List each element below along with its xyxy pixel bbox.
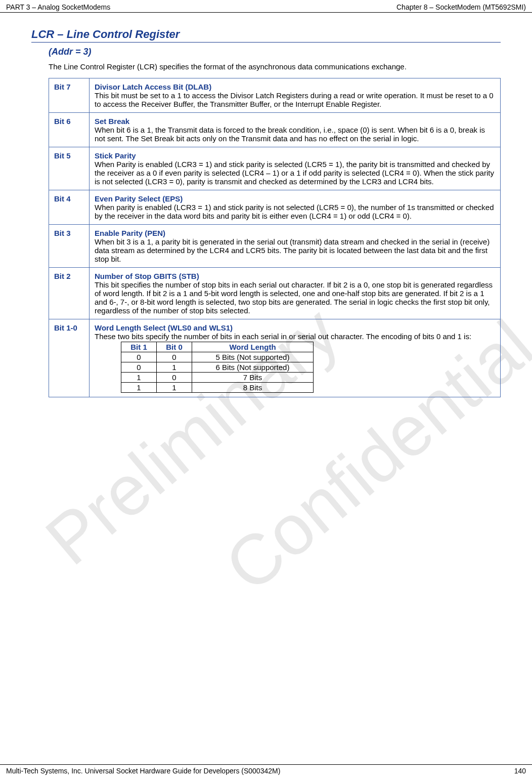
header-left: PART 3 – Analog SocketModems <box>6 3 110 11</box>
inner-cell: 6 Bits (Not supported) <box>192 362 314 373</box>
desc-cell: Word Length Select (WLS0 and WLS1) These… <box>90 319 501 397</box>
inner-cell: 1 <box>157 362 192 373</box>
row-title: Divisor Latch Access Bit (DLAB) <box>95 83 211 91</box>
word-length-table: Bit 1 Bit 0 Word Length 0 0 5 Bits (Not … <box>121 342 314 393</box>
bit-cell: Bit 2 <box>49 268 90 319</box>
inner-cell: 1 <box>157 383 192 393</box>
bit-cell: Bit 4 <box>49 190 90 225</box>
bit-cell: Bit 3 <box>49 225 90 268</box>
desc-cell: Divisor Latch Access Bit (DLAB) This bit… <box>90 78 501 113</box>
row-desc: When bit 3 is a 1, a parity bit is gener… <box>95 237 490 263</box>
footer-page-number: 140 <box>514 767 526 775</box>
row-title: Even Parity Select (EPS) <box>95 194 183 203</box>
footer-left: Multi-Tech Systems, Inc. Universal Socke… <box>6 767 280 775</box>
table-row: Bit 1-0 Word Length Select (WLS0 and WLS… <box>49 319 501 397</box>
inner-row: 0 1 6 Bits (Not supported) <box>121 362 314 373</box>
desc-cell: Number of Stop GBITS (STB) This bit spec… <box>90 268 501 319</box>
inner-cell: 1 <box>121 383 157 393</box>
inner-cell: 8 Bits <box>192 383 314 393</box>
bit-cell: Bit 6 <box>49 113 90 147</box>
desc-cell: Even Parity Select (EPS) When parity is … <box>90 190 501 225</box>
inner-row: 0 0 5 Bits (Not supported) <box>121 352 314 362</box>
table-row: Bit 5 Stick Parity When Parity is enable… <box>49 147 501 190</box>
desc-cell: Set Break When bit 6 is a 1, the Transmi… <box>90 113 501 147</box>
inner-cell: 0 <box>157 352 192 362</box>
row-desc: When Parity is enabled (LCR3 = 1) and st… <box>95 160 494 186</box>
row-desc: These two bits specify the number of bit… <box>95 332 471 341</box>
table-row: Bit 2 Number of Stop GBITS (STB) This bi… <box>49 268 501 319</box>
inner-cell: 0 <box>121 352 157 362</box>
row-title: Enable Parity (PEN) <box>95 229 165 237</box>
row-title: Number of Stop GBITS (STB) <box>95 272 199 280</box>
content-area: LCR – Line Control Register (Addr = 3) T… <box>0 13 532 397</box>
inner-cell: 1 <box>121 373 157 383</box>
table-row: Bit 6 Set Break When bit 6 is a 1, the T… <box>49 113 501 147</box>
row-title: Set Break <box>95 117 129 126</box>
row-title: Word Length Select (WLS0 and WLS1) <box>95 323 233 332</box>
bit-cell: Bit 1-0 <box>49 319 90 397</box>
inner-header-row: Bit 1 Bit 0 Word Length <box>121 342 314 352</box>
row-desc: When parity is enabled (LCR3 = 1) and st… <box>95 203 494 220</box>
page-header: PART 3 – Analog SocketModems Chapter 8 –… <box>0 0 532 13</box>
inner-cell: 7 Bits <box>192 373 314 383</box>
intro-text: The Line Control Register (LCR) specifie… <box>49 62 501 71</box>
section-subtitle: (Addr = 3) <box>49 47 501 57</box>
table-row: Bit 3 Enable Parity (PEN) When bit 3 is … <box>49 225 501 268</box>
row-desc: When bit 6 is a 1, the Transmit data is … <box>95 126 485 143</box>
inner-header: Bit 1 <box>121 342 157 352</box>
table-row: Bit 4 Even Parity Select (EPS) When pari… <box>49 190 501 225</box>
row-desc: This bit specifies the number of stop bi… <box>95 280 493 315</box>
inner-cell: 5 Bits (Not supported) <box>192 352 314 362</box>
inner-row: 1 1 8 Bits <box>121 383 314 393</box>
inner-row: 1 0 7 Bits <box>121 373 314 383</box>
header-right: Chapter 8 – SocketModem (MT5692SMI) <box>396 3 526 11</box>
bit-cell: Bit 7 <box>49 78 90 113</box>
bit-cell: Bit 5 <box>49 147 90 190</box>
inner-header: Word Length <box>192 342 314 352</box>
page-footer: Multi-Tech Systems, Inc. Universal Socke… <box>0 764 532 775</box>
inner-header: Bit 0 <box>157 342 192 352</box>
row-title: Stick Parity <box>95 151 136 160</box>
desc-cell: Enable Parity (PEN) When bit 3 is a 1, a… <box>90 225 501 268</box>
register-table: Bit 7 Divisor Latch Access Bit (DLAB) Th… <box>49 78 501 397</box>
row-desc: This bit must be set to a 1 to access th… <box>95 91 494 108</box>
inner-cell: 0 <box>157 373 192 383</box>
inner-cell: 0 <box>121 362 157 373</box>
section-title: LCR – Line Control Register <box>31 28 501 43</box>
desc-cell: Stick Parity When Parity is enabled (LCR… <box>90 147 501 190</box>
table-row: Bit 7 Divisor Latch Access Bit (DLAB) Th… <box>49 78 501 113</box>
